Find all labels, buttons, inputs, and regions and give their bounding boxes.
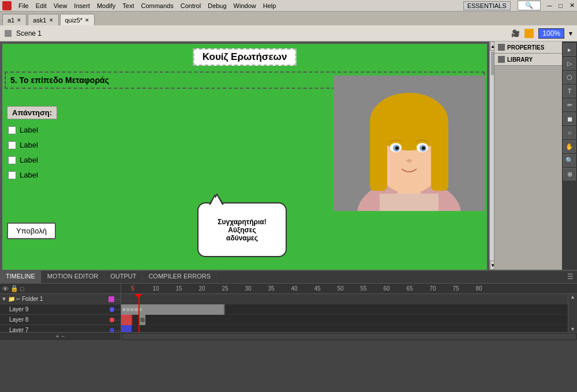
layer8-eye: · bbox=[115, 317, 117, 323]
tool-fill[interactable]: ◼ bbox=[563, 112, 576, 125]
timeline-menu-icon[interactable]: ☰ bbox=[564, 271, 577, 283]
scroll-thumb[interactable] bbox=[491, 52, 494, 75]
properties-tab[interactable]: PROPERTIES bbox=[494, 42, 562, 54]
playhead-indicator: 5 bbox=[121, 285, 144, 292]
tab-a1-label: a1 bbox=[8, 17, 14, 24]
layer-7[interactable]: Layer 7 · · bbox=[0, 325, 121, 332]
tab-output[interactable]: OUTPUT bbox=[104, 271, 143, 283]
tab-compiler-errors[interactable]: COMPILER ERRORS bbox=[143, 271, 217, 283]
answer-row-2: Label bbox=[8, 141, 38, 149]
submit-button[interactable]: Υποβολή bbox=[7, 223, 56, 239]
layer-folder1[interactable]: ▼ 📁 ✏ Folder 1 · · bbox=[0, 294, 121, 304]
menu-view[interactable]: View bbox=[54, 2, 68, 9]
layer9-name: Layer 9 bbox=[9, 306, 108, 312]
frame-num-40: 40 bbox=[283, 285, 306, 292]
answer-label-3: Label bbox=[20, 156, 38, 164]
window-minimize[interactable]: ─ bbox=[548, 2, 552, 9]
tool-text[interactable]: T bbox=[563, 85, 576, 97]
tab-motion-editor[interactable]: MOTION EDITOR bbox=[42, 271, 104, 283]
tab-quiz5[interactable]: quiz5* ✕ bbox=[60, 14, 95, 25]
window-restore[interactable]: □ bbox=[559, 2, 563, 9]
zoom-dropdown[interactable]: ▾ bbox=[569, 29, 572, 37]
lock-icon[interactable]: 🔒 bbox=[10, 285, 18, 292]
layer7-eye: · bbox=[115, 327, 117, 333]
tl-up-arrow[interactable]: ▲ bbox=[570, 294, 575, 300]
menu-control[interactable]: Control bbox=[181, 2, 201, 9]
scroll-down-arrow[interactable]: ▼ bbox=[490, 261, 494, 270]
tab-ask1-close[interactable]: ✕ bbox=[49, 17, 54, 23]
h-scroll-thumb[interactable] bbox=[122, 334, 576, 339]
tl-down-arrow[interactable]: ▼ bbox=[570, 326, 575, 332]
menu-file[interactable]: File bbox=[18, 2, 29, 9]
menu-modify[interactable]: Modify bbox=[97, 2, 115, 9]
scroll-up-arrow[interactable]: ▲ bbox=[490, 42, 494, 51]
timeline-content: ▼ 📁 ✏ Folder 1 · · Layer 9 · · Layer 8 · bbox=[0, 294, 577, 332]
svg-rect-14 bbox=[380, 194, 439, 211]
tool-misc[interactable]: ⊕ bbox=[563, 168, 576, 180]
frame-num-20: 20 bbox=[190, 285, 213, 292]
del-layer-icon[interactable]: − bbox=[62, 333, 65, 340]
tab-quiz5-close[interactable]: ✕ bbox=[85, 17, 89, 23]
canvas: Κουίζ Ερωτήσεων 5. Το επίπεδο Μεταφοράς … bbox=[0, 42, 489, 270]
folder-expand-icon[interactable]: ▼ bbox=[1, 296, 7, 302]
layer8-lock: · bbox=[118, 317, 119, 323]
workspace-selector[interactable]: ESSENTIALS bbox=[463, 1, 511, 10]
panel-content bbox=[494, 66, 562, 270]
tool-select[interactable]: ▸ bbox=[563, 43, 576, 56]
layer7-name: Layer 7 bbox=[9, 327, 108, 332]
outline-icon[interactable]: □ bbox=[20, 285, 24, 292]
main-area: Κουίζ Ερωτήσεων 5. Το επίπεδο Μεταφοράς … bbox=[0, 42, 577, 270]
window-close[interactable]: ✕ bbox=[569, 2, 575, 9]
layer7-color bbox=[110, 328, 114, 333]
tool-zoom[interactable]: 🔍 bbox=[563, 154, 576, 167]
zoom-input[interactable]: 100% bbox=[538, 28, 564, 39]
frame-folder-rest bbox=[140, 294, 568, 304]
layer-8[interactable]: Layer 8 · · bbox=[0, 315, 121, 325]
tab-ask1[interactable]: ask1 ✕ bbox=[28, 14, 58, 25]
menu-text[interactable]: Text bbox=[122, 2, 134, 9]
tool-pen[interactable]: ✏ bbox=[563, 99, 576, 111]
tab-timeline[interactable]: TIMELINE bbox=[0, 271, 42, 283]
tab-a1[interactable]: a1 ✕ bbox=[2, 14, 27, 25]
add-layer-icon[interactable]: + bbox=[56, 333, 59, 340]
menu-bar: File Edit View Insert Modify Text Comman… bbox=[0, 0, 577, 12]
stage: Κουίζ Ερωτήσεων 5. Το επίπεδο Μεταφοράς … bbox=[2, 44, 487, 270]
answer-checkbox-1[interactable] bbox=[8, 126, 16, 134]
answer-checkbox-3[interactable] bbox=[8, 156, 16, 164]
menu-insert[interactable]: Insert bbox=[74, 2, 90, 9]
cam-icon: 🎥 bbox=[511, 29, 520, 37]
menu-edit[interactable]: Edit bbox=[36, 2, 47, 9]
layer-9[interactable]: Layer 9 · · bbox=[0, 304, 121, 315]
tab-a1-close[interactable]: ✕ bbox=[17, 17, 21, 23]
canvas-wrapper: Κουίζ Ερωτήσεων 5. Το επίπεδο Μεταφοράς … bbox=[0, 42, 494, 270]
frame-num-15: 15 bbox=[167, 285, 190, 292]
layer-list: ▼ 📁 ✏ Folder 1 · · Layer 9 · · Layer 8 · bbox=[0, 294, 121, 332]
menu-commands[interactable]: Commands bbox=[141, 2, 173, 9]
frame-num-80: 80 bbox=[467, 285, 490, 292]
timeline-vscroll[interactable]: ▲ ▼ bbox=[568, 294, 577, 332]
vertical-scrollbar[interactable]: ▲ ▼ bbox=[489, 42, 494, 270]
scene-label: Scene 1 bbox=[16, 29, 42, 37]
menu-window[interactable]: Window bbox=[234, 2, 256, 9]
tool-circle[interactable]: ○ bbox=[563, 126, 576, 139]
eye-icon[interactable]: 👁 bbox=[2, 285, 9, 292]
search-box[interactable]: 🔍 bbox=[518, 1, 541, 10]
tool-hand[interactable]: ✋ bbox=[563, 140, 576, 153]
answer-checkbox-2[interactable] bbox=[8, 141, 16, 149]
menu-debug[interactable]: Debug bbox=[208, 2, 226, 9]
menu-help[interactable]: Help bbox=[263, 2, 276, 9]
library-tab[interactable]: LIBRARY bbox=[494, 54, 562, 66]
answer-row-3: Label bbox=[8, 156, 38, 164]
timeline-header: 👁 🔒 □ 5 10 15 20 25 30 35 40 45 50 55 60… bbox=[0, 284, 577, 294]
tool-shape[interactable]: ⬡ bbox=[563, 71, 576, 84]
svg-rect-6 bbox=[431, 122, 448, 191]
right-panel: PROPERTIES LIBRARY bbox=[494, 42, 562, 270]
layer7-lock: · bbox=[118, 327, 119, 333]
layer-folder1-dot2: · bbox=[118, 296, 119, 302]
layer9-lock: · bbox=[118, 307, 119, 312]
layer-folder1-pen[interactable]: ✏ bbox=[16, 296, 21, 302]
answer-row-4: Label bbox=[8, 171, 38, 179]
frame-num-30: 30 bbox=[237, 285, 260, 292]
tool-arrow[interactable]: ▷ bbox=[563, 57, 576, 70]
answer-checkbox-4[interactable] bbox=[8, 171, 16, 179]
